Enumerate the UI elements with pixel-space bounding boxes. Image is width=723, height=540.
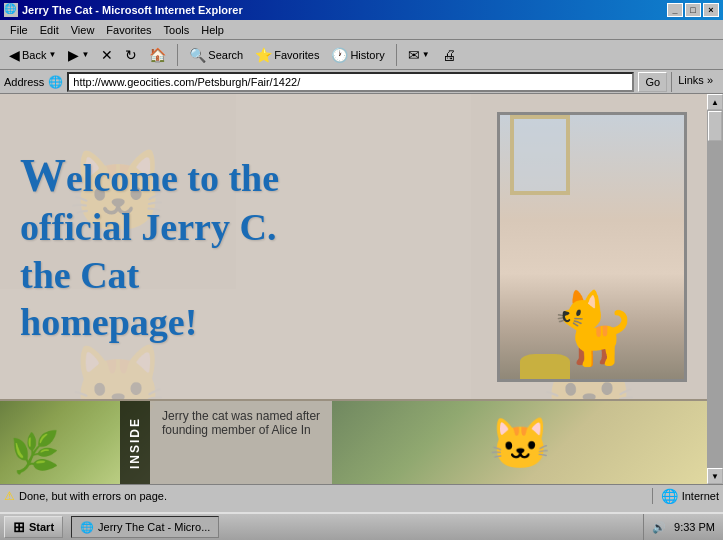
home-icon: 🏠 [149,47,166,63]
favorites-icon: ⭐ [255,47,272,63]
menu-file[interactable]: File [4,22,34,38]
address-input[interactable]: http://www.geocities.com/Petsburgh/Fair/… [67,72,634,92]
taskbar-items: 🌐 Jerry The Cat - Micro... [67,516,643,538]
print-button[interactable]: 🖨 [437,43,461,67]
taskbar-ie-icon: 🌐 [80,521,94,534]
address-bar: Address 🌐 http://www.geocities.com/Petsb… [0,70,723,94]
mail-button[interactable]: ✉ ▼ [403,43,435,67]
windows-icon: ⊞ [13,519,25,535]
toolbar-separator-2 [396,44,397,66]
back-button[interactable]: ◀ Back ▼ [4,43,61,67]
search-button[interactable]: 🔍 Search [184,43,248,67]
welcome-line2: official Jerry C. [20,206,276,248]
status-message: Done, but with errors on page. [19,490,648,502]
menu-favorites[interactable]: Favorites [100,22,157,38]
menu-edit[interactable]: Edit [34,22,65,38]
scroll-track[interactable] [707,110,723,468]
history-label: History [350,49,384,61]
zone-icon: 🌐 [661,488,678,504]
scroll-thumb[interactable] [708,111,722,141]
start-button[interactable]: ⊞ Start [4,516,63,538]
scroll-up-button[interactable]: ▲ [707,94,723,110]
go-button[interactable]: Go [638,72,667,92]
search-label: Search [208,49,243,61]
stop-icon: ✕ [101,47,113,63]
inside-label-text: INSIDE [128,417,142,469]
webpage: 🐱 🐱 🐱 🐱 Welcome to the official Jerry C.… [0,94,707,484]
leaf-icon: 🌿 [10,429,60,476]
refresh-icon: ↻ [125,47,137,63]
bottom-section: 🌿 INSIDE Jerry the cat was named after f… [0,399,707,484]
welcome-heading: Welcome to the official Jerry C. the Cat… [20,147,279,347]
mail-arrow-icon: ▼ [422,50,430,59]
cat-silhouette-icon: 🐈 [549,287,636,369]
status-zone: 🌐 Internet [652,488,719,504]
taskbar-right: 🔊 9:33 PM [643,514,723,540]
window-frame-decoration [510,115,570,195]
scrollbar[interactable]: ▲ ▼ [707,94,723,484]
title-bar: 🌐 Jerry The Cat - Microsoft Internet Exp… [0,0,723,20]
minimize-button[interactable]: _ [667,3,683,17]
menu-help[interactable]: Help [195,22,230,38]
welcome-section: Welcome to the official Jerry C. the Cat… [0,94,707,399]
refresh-button[interactable]: ↻ [120,43,142,67]
clock: 9:33 PM [674,521,715,533]
welcome-line3: the Cat [20,254,139,296]
back-label: Back [22,49,46,61]
back-icon: ◀ [9,47,20,63]
taskbar-ie-item[interactable]: 🌐 Jerry The Cat - Micro... [71,516,219,538]
welcome-line1: Welcome to the [20,157,279,199]
maximize-button[interactable]: □ [685,3,701,17]
bottom-text-line1: Jerry the cat was named after [162,409,320,423]
print-icon: 🖨 [442,47,456,63]
outdoor-cat-icon: 🐱 [489,415,551,473]
bottom-description: Jerry the cat was named after founding m… [150,401,332,484]
history-icon: 🕐 [331,47,348,63]
start-label: Start [29,521,54,533]
menu-tools[interactable]: Tools [158,22,196,38]
bottom-right-image: 🐱 [332,401,707,484]
address-url: http://www.geocities.com/Petsburgh/Fair/… [73,76,300,88]
page-icon: 🌐 [48,75,63,89]
links-button[interactable]: Links » [671,72,719,92]
address-label: Address [4,76,44,88]
browser-content: 🐱 🐱 🐱 🐱 Welcome to the official Jerry C.… [0,94,723,484]
close-button[interactable]: × [703,3,719,17]
taskbar: ⊞ Start 🌐 Jerry The Cat - Micro... 🔊 9:3… [0,512,723,540]
toolbar-separator [177,44,178,66]
inside-image: 🌿 INSIDE [0,401,150,484]
window-title: Jerry The Cat - Microsoft Internet Explo… [22,4,243,16]
forward-button[interactable]: ▶ ▼ [63,43,94,67]
status-bar: ⚠ Done, but with errors on page. 🌐 Inter… [0,484,723,506]
favorites-button[interactable]: ⭐ Favorites [250,43,324,67]
welcome-line4: homepage! [20,301,197,343]
favorites-label: Favorites [274,49,319,61]
mail-icon: ✉ [408,47,420,63]
back-arrow-icon: ▼ [48,50,56,59]
warning-icon: ⚠ [4,489,15,503]
history-button[interactable]: 🕐 History [326,43,389,67]
menu-bar: File Edit View Favorites Tools Help [0,20,723,40]
inside-label-container: INSIDE [120,401,150,484]
stop-button[interactable]: ✕ [96,43,118,67]
speaker-icon: 🔊 [652,521,666,534]
menu-view[interactable]: View [65,22,101,38]
zone-label: Internet [682,490,719,502]
home-button[interactable]: 🏠 [144,43,171,67]
forward-arrow-icon: ▼ [81,50,89,59]
toolbar: ◀ Back ▼ ▶ ▼ ✕ ↻ 🏠 🔍 Search ⭐ Favorites … [0,40,723,70]
forward-icon: ▶ [68,47,79,63]
scroll-down-button[interactable]: ▼ [707,468,723,484]
search-icon: 🔍 [189,47,206,63]
taskbar-ie-label: Jerry The Cat - Micro... [98,521,210,533]
bottom-text-line2: founding member of Alice In [162,423,311,437]
ie-logo-icon: 🌐 [4,3,18,17]
cat-photo: 🐈 [497,112,687,382]
